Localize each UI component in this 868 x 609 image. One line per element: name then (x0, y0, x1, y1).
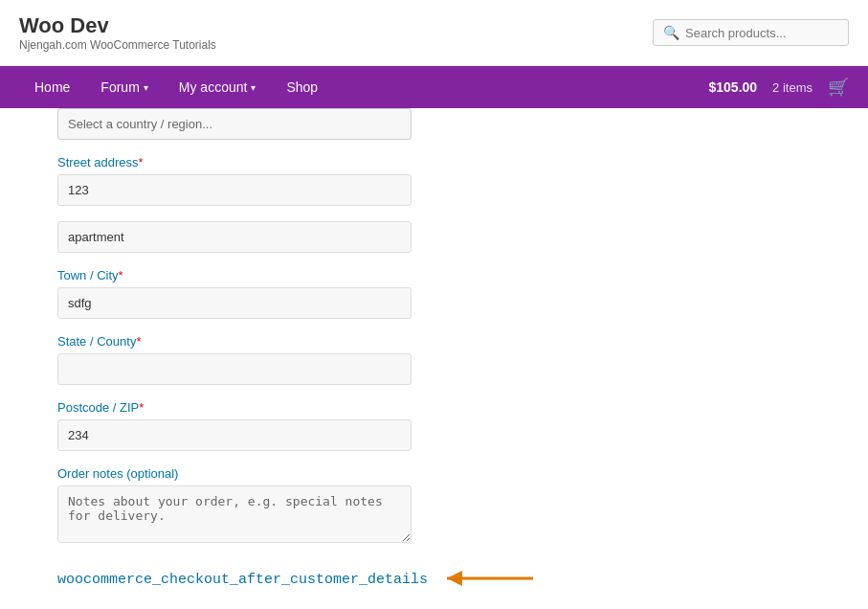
chevron-down-icon: ▾ (251, 82, 256, 93)
svg-marker-1 (447, 571, 462, 586)
site-branding: Woo Dev Njengah.com WooCommerce Tutorial… (19, 13, 216, 52)
nav-home[interactable]: Home (19, 66, 85, 108)
arrow-icon (437, 565, 552, 595)
search-icon: 🔍 (663, 25, 679, 40)
order-notes-group: Order notes (optional) Notes about your … (57, 466, 842, 546)
hook-text: woocommerce_checkout_after_customer_deta… (57, 572, 428, 588)
site-title: Woo Dev (19, 13, 216, 38)
town-group: Town / City* (57, 268, 842, 319)
apartment-input[interactable] (57, 221, 412, 253)
state-label: State / County* (57, 334, 842, 349)
cart-count: 2 items (772, 80, 812, 95)
required-indicator: * (136, 334, 141, 349)
nav-shop[interactable]: Shop (271, 66, 333, 108)
nav-forum[interactable]: Forum ▾ (85, 66, 163, 108)
nav-my-account[interactable]: My account ▾ (164, 66, 272, 108)
nav-left: Home Forum ▾ My account ▾ Shop (19, 66, 333, 108)
chevron-down-icon: ▾ (144, 82, 148, 93)
search-input[interactable] (685, 26, 838, 40)
site-nav: Home Forum ▾ My account ▾ Shop $105.00 2… (0, 66, 868, 108)
cart-icon[interactable]: 🛒 (828, 77, 849, 98)
postcode-input[interactable] (57, 419, 412, 451)
state-group: State / County* (57, 334, 842, 385)
main-content: Select a country / region... Street addr… (0, 108, 861, 609)
street-address-input[interactable] (57, 174, 412, 206)
hook-line: woocommerce_checkout_after_customer_deta… (57, 565, 842, 595)
country-select[interactable]: Select a country / region... (57, 108, 412, 140)
postcode-label: Postcode / ZIP* (57, 400, 842, 415)
order-notes-textarea[interactable]: Notes about your order, e.g. special not… (57, 485, 412, 543)
cart-total: $105.00 (708, 79, 757, 95)
country-field: Select a country / region... (57, 108, 842, 140)
required-indicator: * (139, 400, 144, 415)
required-indicator: * (139, 155, 144, 169)
order-notes-label: Order notes (optional) (57, 466, 842, 481)
search-box[interactable]: 🔍 (653, 19, 849, 46)
required-indicator: * (119, 268, 123, 282)
town-input[interactable] (57, 287, 412, 319)
street-label: Street address* (57, 155, 842, 169)
site-tagline: Njengah.com WooCommerce Tutorials (19, 38, 216, 52)
apartment-group (57, 221, 842, 253)
site-header: Woo Dev Njengah.com WooCommerce Tutorial… (0, 0, 868, 66)
street-address-group: Street address* (57, 155, 842, 206)
nav-right: $105.00 2 items 🛒 (708, 77, 849, 98)
town-label: Town / City* (57, 268, 842, 282)
postcode-group: Postcode / ZIP* (57, 400, 842, 451)
state-input[interactable] (57, 353, 412, 385)
